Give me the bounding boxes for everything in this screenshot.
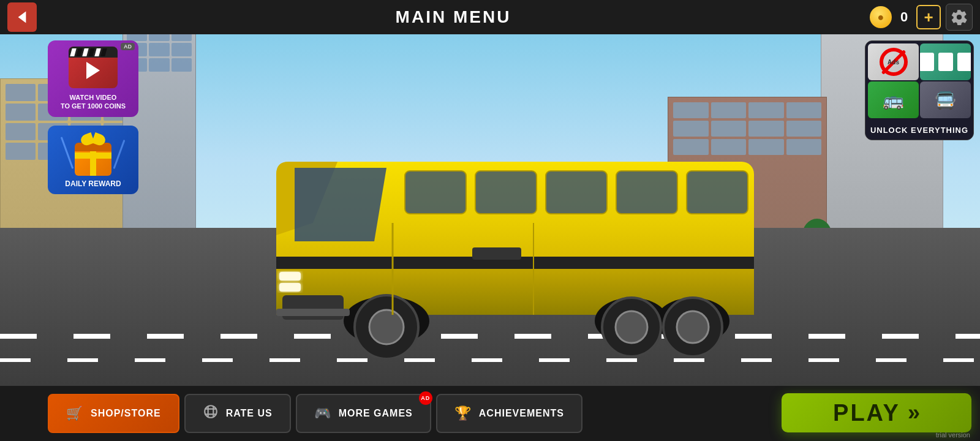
unlock-images: Ads 🚌 🚍 [865, 41, 973, 121]
clapper-strip [82, 48, 88, 56]
achievements-button[interactable]: 🏆 ACHIEVEMENTS [436, 394, 582, 433]
ads-text: Ads [888, 59, 899, 66]
more-games-label: MORE GAMES [339, 408, 413, 419]
svg-rect-19 [279, 283, 301, 292]
bus [264, 125, 766, 358]
video-icon [69, 47, 118, 88]
no-ads-circle: Ads [880, 48, 908, 76]
svg-point-13 [369, 310, 404, 344]
map-card-1 [920, 53, 934, 71]
watch-video-line1: WATCH VIDEO [70, 94, 117, 101]
clapper-top [69, 47, 118, 58]
clapper-strip [94, 48, 100, 56]
gift-box [75, 143, 111, 176]
play-triangle [86, 62, 100, 79]
coin-count: 0 [897, 9, 911, 25]
clapper-strip [76, 48, 82, 56]
svg-rect-21 [276, 309, 350, 316]
clapper-strip [100, 48, 107, 56]
svg-rect-18 [279, 272, 301, 281]
rate-label: RATE US [226, 408, 273, 419]
watch-video-panel[interactable]: AD WATCH VIDEO TO GET 1000 COINS [48, 40, 138, 117]
svg-rect-5 [616, 171, 677, 214]
clapper-strip [70, 48, 76, 56]
road-markings-2 [0, 358, 980, 362]
map-card-3 [957, 53, 971, 71]
shine-line-2 [113, 140, 126, 169]
map-cards [920, 51, 971, 72]
svg-rect-2 [405, 171, 466, 214]
header-right: ● 0 + [870, 4, 973, 31]
bow-right [92, 132, 107, 147]
shop-icon: 🛒 [66, 405, 83, 421]
svg-rect-6 [687, 171, 748, 214]
svg-marker-0 [18, 11, 26, 23]
clapper-strip [88, 48, 94, 56]
page-title: MAIN MENU [37, 7, 870, 27]
game-scene [0, 34, 980, 386]
achievements-icon: 🏆 [454, 405, 472, 421]
more-games-ad-badge: AD [419, 391, 432, 405]
more-games-icon: 🎮 [314, 405, 331, 421]
svg-point-15 [616, 311, 647, 343]
daily-reward-panel[interactable]: DAILY REWARD [48, 126, 138, 194]
back-button[interactable] [7, 2, 37, 32]
unlock-panel[interactable]: Ads 🚌 🚍 UNLOCK EVERYTHING [865, 40, 974, 140]
trial-version-text: trial version [936, 431, 970, 439]
svg-rect-4 [546, 171, 607, 214]
shop-button[interactable]: 🛒 SHOP/STORE [48, 394, 179, 433]
header: MAIN MENU ● 0 + [0, 0, 980, 34]
map-card-2 [938, 53, 953, 71]
gift-icon [71, 132, 115, 176]
add-coins-button[interactable]: + [916, 5, 941, 29]
coin-icon: ● [870, 6, 892, 28]
svg-point-17 [677, 311, 709, 343]
ad-badge: AD [121, 43, 135, 50]
bus-svg [264, 125, 766, 358]
achievements-label: ACHIEVEMENTS [479, 408, 564, 419]
left-panels: AD WATCH VIDEO TO GET 1000 COINS [48, 40, 138, 194]
svg-rect-3 [475, 171, 537, 214]
unlock-label: UNLOCK EVERYTHING [865, 121, 973, 140]
bow [81, 134, 105, 145]
svg-point-25 [205, 405, 217, 418]
daily-reward-text: DAILY REWARD [65, 179, 121, 188]
no-ads-image: Ads [868, 43, 919, 80]
bus-white-icon: 🚍 [935, 90, 956, 110]
bus-yellow-icon: 🚌 [883, 90, 904, 110]
play-arrows: » [908, 400, 920, 426]
rate-us-button[interactable]: RATE US [184, 394, 291, 433]
maps-image [920, 43, 971, 80]
svg-rect-22 [472, 247, 521, 260]
watch-video-text: WATCH VIDEO TO GET 1000 COINS [54, 93, 132, 111]
play-button[interactable]: PLAY » [782, 393, 971, 432]
bus-white-image: 🚍 [920, 81, 971, 118]
shop-label: SHOP/STORE [91, 408, 161, 419]
bus-yellow-image: 🚌 [868, 81, 919, 118]
ribbon-v [90, 151, 96, 176]
more-games-button[interactable]: AD 🎮 MORE GAMES [296, 394, 431, 433]
watch-video-line2: TO GET 1000 COINS [61, 102, 126, 110]
settings-button[interactable] [946, 4, 973, 31]
shine-line [61, 137, 74, 169]
play-label: PLAY [833, 400, 900, 426]
rate-icon [203, 404, 219, 423]
